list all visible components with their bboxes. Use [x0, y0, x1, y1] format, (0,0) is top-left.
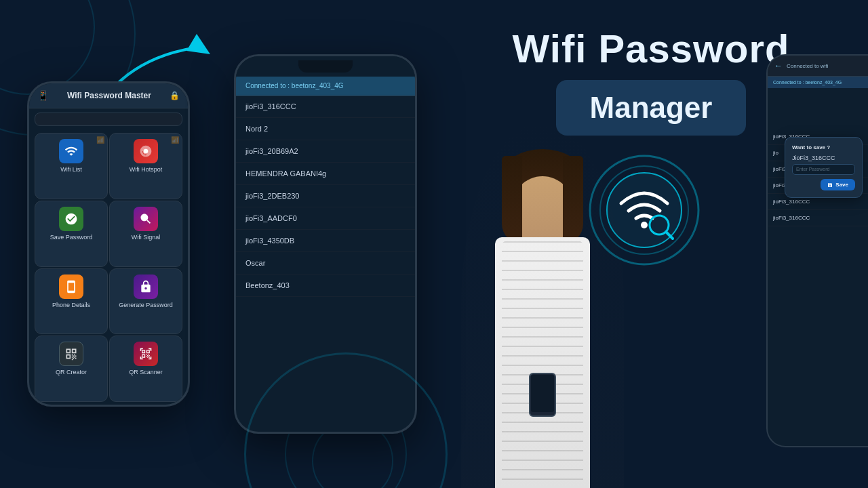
app-grid: 📶 Wifi List 📶: [29, 130, 188, 405]
app-item-wifi-hotspot[interactable]: 📶 Wifi Hotspot: [109, 133, 182, 199]
brand-title: Wifi Password: [513, 27, 790, 70]
app-phone-mockup: 📱 Wifi Password Master 🔒 📶 Wifi List: [27, 81, 190, 407]
phone-details-icon: [59, 274, 83, 299]
right-phone-mockup: ← Connected to wifi Connected to : beeto…: [766, 54, 868, 447]
wifi-network-item-7[interactable]: Oscar: [236, 252, 415, 274]
person-area: [441, 95, 644, 488]
right-phone-connected: Connected to : beetonz_403_4G: [768, 77, 868, 88]
wifi-network-item-8[interactable]: Beetonz_403: [236, 274, 415, 297]
save-password-icon: [59, 207, 83, 231]
wifi-decoration: 📶: [96, 136, 104, 144]
generate-label: Generate Password: [119, 302, 173, 308]
hotspot-icon: [134, 139, 158, 163]
hotspot-label: Wifi Hotspot: [130, 166, 163, 173]
wifi-network-item-0[interactable]: jioFi3_316CCC: [236, 96, 415, 118]
back-icon[interactable]: ←: [774, 61, 783, 70]
right-phone-header-title: Connected to wifi: [787, 63, 828, 69]
app-item-wifi-list[interactable]: 📶 Wifi List: [35, 133, 108, 199]
qr-scanner-icon: [134, 342, 158, 366]
lock-icon: 🔒: [170, 91, 180, 100]
wifi-network-item-3[interactable]: HEMENDRA GABANI4g: [236, 163, 415, 185]
app-item-generate-password[interactable]: Generate Password: [109, 268, 182, 335]
wifi-network-item-2[interactable]: jioFi3_20B69A2: [236, 140, 415, 163]
save-dialog-title: Want to save ?: [792, 144, 855, 150]
save-dialog-input[interactable]: Enter Password: [792, 164, 855, 175]
right-phone-list: Connected to : beetonz_403_4G Want to sa…: [768, 77, 868, 446]
connected-banner: Connected to : beetonz_403_4G: [236, 77, 415, 96]
wifi-network-item-6[interactable]: jioFi3_4350DB: [236, 230, 415, 252]
save-password-label: Save Password: [50, 234, 93, 241]
phone-details-label: Phone Details: [52, 302, 90, 308]
phone-notch: [298, 60, 353, 73]
phone-header-icon: 📱: [37, 90, 49, 101]
save-dialog: Want to save ? JioFi3_316CCC Enter Passw…: [785, 137, 863, 198]
app-item-save-password[interactable]: Save Password: [35, 201, 108, 267]
save-btn-text: Save: [835, 182, 848, 188]
app-item-phone-details[interactable]: Phone Details: [35, 268, 108, 335]
input-placeholder: Enter Password: [793, 165, 854, 174]
left-section: 📱 Wifi Password Master 🔒 📶 Wifi List: [0, 0, 217, 488]
wifi-decoration-2: 📶: [171, 136, 179, 144]
wifi-network-item-1[interactable]: Nord 2: [236, 118, 415, 140]
phone-header: 📱 Wifi Password Master 🔒: [29, 83, 188, 108]
search-bar[interactable]: [35, 113, 182, 126]
save-dialog-ssid: JioFi3_316CCC: [792, 155, 855, 161]
rp-item-5[interactable]: jioFi3_316CCC: [768, 210, 868, 226]
qr-creator-icon: [59, 342, 83, 366]
signal-icon: [134, 207, 158, 231]
save-button[interactable]: Save: [821, 179, 855, 190]
phone-notch-area: [236, 56, 415, 77]
wifi-list-label: Wifi List: [60, 166, 82, 173]
phone-header-title: Wifi Password Master: [67, 91, 151, 100]
qr-scanner-label: QR Scanner: [129, 369, 163, 375]
generate-icon: [134, 274, 158, 299]
app-item-qr-scanner[interactable]: QR Scanner: [109, 336, 182, 402]
wifi-network-item-4[interactable]: jioFi3_2DEB230: [236, 185, 415, 207]
wifi-list-icon: [59, 139, 83, 163]
wifi-network-item-5[interactable]: jioFi3_AADCF0: [236, 207, 415, 230]
app-item-wifi-signal[interactable]: Wifi Signal: [109, 201, 182, 267]
qr-creator-label: QR Creator: [56, 369, 87, 375]
right-phone-header: ← Connected to wifi: [768, 56, 868, 77]
signal-label: Wifi Signal: [132, 234, 161, 241]
app-item-qr-creator[interactable]: QR Creator: [35, 336, 108, 402]
